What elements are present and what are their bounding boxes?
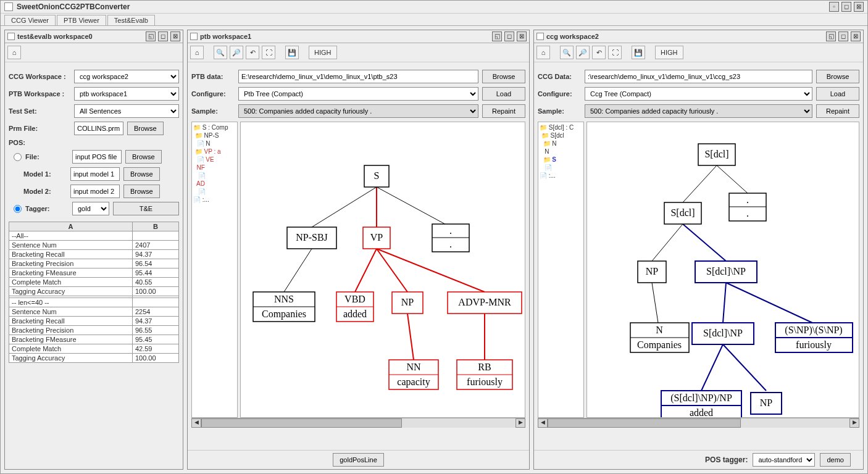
prm-browse-button[interactable]: Browse [127,122,164,135]
model1-input[interactable] [70,167,120,181]
fit-icon[interactable]: ⛶ [262,46,275,59]
te-button[interactable]: T&E [113,202,179,215]
ccg-load-button[interactable]: Load [816,87,859,101]
close-icon[interactable]: ⊠ [517,31,527,41]
zoom-in-icon[interactable]: 🔍 [560,46,574,59]
test-set-label: Test Set: [9,107,70,115]
svg-line-25 [407,314,414,360]
minimize-icon[interactable]: ▫ [829,2,839,12]
ccg-panel: ccg workspace2 ◱ ◻ ⊠ ⌂ 🔍 🔎 ↶ ⛶ 💾 HIGH [533,30,864,470]
restore-icon[interactable]: ◱ [146,31,156,41]
ccg-tree-explorer[interactable]: 📁 S[dcl] : C 📁 S[dcl 📁 N N 📁 S 📄 📄 :... [538,122,584,418]
maximize-icon[interactable]: ◻ [504,31,514,41]
svg-text:NP: NP [646,266,659,276]
maximize-icon[interactable]: ◻ [158,31,168,41]
svg-line-40 [717,165,748,193]
table-row: Complete Match42.59 [9,344,179,354]
pos-file-input[interactable] [72,150,122,164]
ccg-browse-button[interactable]: Browse [816,70,859,83]
ptb-load-button[interactable]: Load [482,87,525,101]
ptb-tree-canvas[interactable]: S NP-SBJ VP [240,122,525,418]
tab-ptb-viewer[interactable]: PTB Viewer [57,15,106,25]
svg-text:NNS: NNS [274,294,294,304]
ccg-sample-label: Sample: [538,107,581,115]
pos-tagger-label: POS tagger: [705,455,748,464]
svg-text:capacity: capacity [397,376,430,388]
maximize-icon[interactable]: ◻ [841,2,851,12]
table-row: Tagging Accuracy100.00 [9,354,179,363]
table-header-b: B [132,222,178,231]
svg-text:(S[dcl]\NP)/NP: (S[dcl]\NP)/NP [670,393,732,404]
svg-text:VBD: VBD [344,294,365,304]
svg-text:.: . [449,239,452,249]
ptb-configure-select[interactable]: Ptb Tree (Compact) [238,87,478,101]
model2-browse-button[interactable]: Browse [123,185,160,198]
home-icon[interactable]: ⌂ [190,46,204,59]
ptb-panel: ptb workspace1 ◱ ◻ ⊠ ⌂ 🔍 🔎 ↶ ⛶ 💾 HIGH [187,30,530,470]
svg-text:furiously: furiously [467,376,503,388]
zoom-out-icon[interactable]: 🔎 [576,46,590,59]
model1-browse-button[interactable]: Browse [123,167,160,181]
ptb-browse-button[interactable]: Browse [482,70,525,83]
ccg-configure-label: Configure: [538,90,581,98]
svg-text:S[dcl]\NP: S[dcl]\NP [703,328,743,338]
pos-tagger-select[interactable]: auto-standford [753,453,815,467]
high-button[interactable]: HIGH [309,46,337,59]
prm-file-input[interactable] [74,122,123,135]
high-button[interactable]: HIGH [655,46,683,59]
svg-text:N: N [656,325,663,335]
ptb-data-input[interactable] [238,70,478,83]
goldposline-button[interactable]: goldPosLine [333,453,384,467]
svg-text:furiously: furiously [796,339,832,351]
table-row: Sentence Num2254 [9,307,179,317]
panel-title: ptb workspace1 [200,33,492,40]
save-icon[interactable]: 💾 [285,46,299,59]
svg-text:Companies: Companies [637,339,682,351]
undo-icon[interactable]: ↶ [246,46,259,59]
h-scrollbar[interactable]: ◀▶ [191,418,525,428]
close-icon[interactable]: ⊠ [170,31,180,41]
table-row: Bracketing FMeasure95.44 [9,268,179,278]
tagger-radio[interactable] [14,205,22,213]
maximize-icon[interactable]: ◻ [838,31,848,41]
test-set-select[interactable]: All Sentences [74,104,179,118]
restore-icon[interactable]: ◱ [826,31,836,41]
ptb-tree-explorer[interactable]: 📁 S : Comp 📁 NP-S 📄 N 📁 VP : a 📄 VE NF 📄… [191,122,238,418]
ptb-data-label: PTB data: [191,73,235,80]
panel-title: test&evalb workspace0 [17,33,146,40]
ccg-sample-select[interactable]: 500: Companies added capacity furiously … [585,104,812,118]
panel-title: ccg workspace2 [546,33,826,40]
tagger-select[interactable]: gold [72,202,109,215]
model2-input[interactable] [70,185,120,198]
save-icon[interactable]: 💾 [632,46,645,59]
ccg-repaint-button[interactable]: Repaint [816,104,859,118]
pos-label: POS: [9,139,70,146]
fit-icon[interactable]: ⛶ [608,46,622,59]
home-icon[interactable]: ⌂ [7,46,21,59]
demo-button[interactable]: demo [820,453,851,467]
ccg-tree-canvas[interactable]: S[dcl] S[dcl] . . [586,122,859,418]
undo-icon[interactable]: ↶ [592,46,606,59]
h-scrollbar[interactable]: ◀▶ [538,418,859,428]
home-icon[interactable]: ⌂ [536,46,550,59]
ccg-configure-select[interactable]: Ccg Tree (Compact) [585,87,812,101]
svg-text:.: . [746,208,749,218]
ptb-repaint-button[interactable]: Repaint [482,104,525,118]
zoom-in-icon[interactable]: 🔍 [214,46,227,59]
zoom-out-icon[interactable]: 🔎 [230,46,243,59]
table-row: Bracketing Recall94.37 [9,317,179,326]
restore-icon[interactable]: ◱ [492,31,502,41]
tab-test-evalb[interactable]: Test&Evalb [107,15,155,25]
ccg-ws-select[interactable]: ccg workspace2 [74,70,179,83]
close-icon[interactable]: ⊠ [851,31,861,41]
ptb-sample-select[interactable]: 500: Companies added capacity furiously … [238,104,478,118]
svg-text:(S\NP)\(S\NP): (S\NP)\(S\NP) [785,325,842,336]
svg-text:.: . [746,194,749,205]
tab-ccg-viewer[interactable]: CCG Viewer [4,15,56,25]
ptb-ws-select[interactable]: ptb workspace1 [74,87,179,101]
table-row: Sentence Num2407 [9,241,179,250]
ccg-data-input[interactable] [585,70,812,83]
close-icon[interactable]: ⊠ [854,2,864,12]
pos-file-browse-button[interactable]: Browse [125,150,162,164]
file-radio[interactable] [14,153,22,161]
